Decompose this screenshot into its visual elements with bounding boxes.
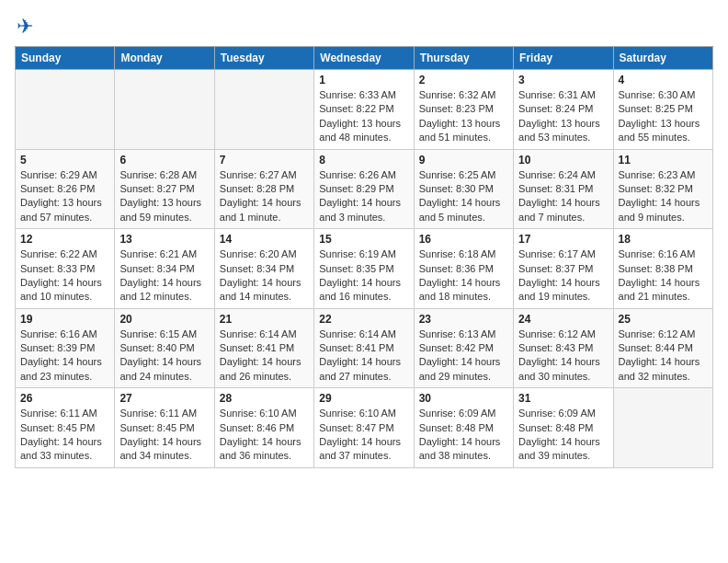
day-info: Sunrise: 6:10 AMSunset: 8:46 PMDaylight:… <box>220 407 309 464</box>
day-number: 24 <box>518 313 608 326</box>
day-info: Sunrise: 6:11 AMSunset: 8:45 PMDaylight:… <box>20 407 109 464</box>
day-info: Sunrise: 6:16 AMSunset: 8:39 PMDaylight:… <box>20 327 109 385</box>
week-row-4: 19Sunrise: 6:16 AMSunset: 8:39 PMDayligh… <box>16 308 713 388</box>
day-info: Sunrise: 6:27 AMSunset: 8:28 PMDaylight:… <box>220 168 309 225</box>
day-number: 30 <box>419 392 508 405</box>
day-number: 12 <box>20 233 109 246</box>
calendar-cell: 4Sunrise: 6:30 AMSunset: 8:25 PMDaylight… <box>613 70 712 150</box>
day-number: 13 <box>119 233 209 246</box>
day-info: Sunrise: 6:10 AMSunset: 8:47 PMDaylight:… <box>319 407 408 464</box>
day-number: 5 <box>20 154 109 167</box>
calendar-cell: 20Sunrise: 6:15 AMSunset: 8:40 PMDayligh… <box>115 308 214 388</box>
calendar-cell: 18Sunrise: 6:16 AMSunset: 8:38 PMDayligh… <box>613 229 712 309</box>
day-number: 17 <box>518 233 608 246</box>
day-info: Sunrise: 6:25 AMSunset: 8:30 PMDaylight:… <box>419 168 508 225</box>
week-row-5: 26Sunrise: 6:11 AMSunset: 8:45 PMDayligh… <box>16 388 713 468</box>
day-number: 26 <box>20 392 109 405</box>
day-number: 28 <box>220 392 309 405</box>
day-number: 8 <box>319 154 408 167</box>
day-number: 22 <box>319 313 408 326</box>
calendar-cell: 7Sunrise: 6:27 AMSunset: 8:28 PMDaylight… <box>214 149 313 229</box>
week-row-1: 1Sunrise: 6:33 AMSunset: 8:22 PMDaylight… <box>16 70 713 150</box>
day-number: 16 <box>419 233 508 246</box>
calendar-cell: 11Sunrise: 6:23 AMSunset: 8:32 PMDayligh… <box>613 149 712 229</box>
day-info: Sunrise: 6:30 AMSunset: 8:25 PMDaylight:… <box>619 88 708 145</box>
calendar-cell: 30Sunrise: 6:09 AMSunset: 8:48 PMDayligh… <box>414 388 513 468</box>
week-row-2: 5Sunrise: 6:29 AMSunset: 8:26 PMDaylight… <box>16 149 713 229</box>
day-info: Sunrise: 6:12 AMSunset: 8:43 PMDaylight:… <box>518 327 608 385</box>
day-number: 15 <box>319 233 408 246</box>
calendar-cell <box>613 388 712 468</box>
week-row-3: 12Sunrise: 6:22 AMSunset: 8:33 PMDayligh… <box>16 229 713 309</box>
day-info: Sunrise: 6:16 AMSunset: 8:38 PMDaylight:… <box>619 247 708 304</box>
calendar-cell: 24Sunrise: 6:12 AMSunset: 8:43 PMDayligh… <box>514 308 613 388</box>
day-info: Sunrise: 6:12 AMSunset: 8:44 PMDaylight:… <box>619 327 708 385</box>
calendar-cell: 5Sunrise: 6:29 AMSunset: 8:26 PMDaylight… <box>16 149 115 229</box>
calendar-cell <box>214 70 313 150</box>
logo-bird-icon: ✈ <box>17 15 33 39</box>
day-number: 7 <box>220 154 309 167</box>
calendar-table: SundayMondayTuesdayWednesdayThursdayFrid… <box>15 46 713 468</box>
day-info: Sunrise: 6:29 AMSunset: 8:26 PMDaylight:… <box>20 168 109 225</box>
day-info: Sunrise: 6:32 AMSunset: 8:23 PMDaylight:… <box>419 88 508 145</box>
calendar-cell: 9Sunrise: 6:25 AMSunset: 8:30 PMDaylight… <box>414 149 513 229</box>
calendar-cell: 12Sunrise: 6:22 AMSunset: 8:33 PMDayligh… <box>16 229 115 309</box>
day-number: 21 <box>220 313 309 326</box>
day-info: Sunrise: 6:20 AMSunset: 8:34 PMDaylight:… <box>220 247 309 304</box>
day-info: Sunrise: 6:24 AMSunset: 8:31 PMDaylight:… <box>518 168 608 225</box>
calendar-cell: 15Sunrise: 6:19 AMSunset: 8:35 PMDayligh… <box>314 229 414 309</box>
day-info: Sunrise: 6:18 AMSunset: 8:36 PMDaylight:… <box>419 247 508 304</box>
calendar-cell: 22Sunrise: 6:14 AMSunset: 8:41 PMDayligh… <box>314 308 414 388</box>
calendar-cell: 8Sunrise: 6:26 AMSunset: 8:29 PMDaylight… <box>314 149 414 229</box>
calendar-cell: 29Sunrise: 6:10 AMSunset: 8:47 PMDayligh… <box>314 388 414 468</box>
calendar-cell: 21Sunrise: 6:14 AMSunset: 8:41 PMDayligh… <box>214 308 313 388</box>
calendar-cell: 25Sunrise: 6:12 AMSunset: 8:44 PMDayligh… <box>613 308 712 388</box>
calendar-cell: 28Sunrise: 6:10 AMSunset: 8:46 PMDayligh… <box>214 388 313 468</box>
day-number: 31 <box>518 392 608 405</box>
calendar-cell: 16Sunrise: 6:18 AMSunset: 8:36 PMDayligh… <box>414 229 513 309</box>
day-number: 10 <box>518 154 608 167</box>
day-number: 6 <box>119 154 209 167</box>
calendar-cell <box>115 70 214 150</box>
day-number: 27 <box>119 392 209 405</box>
weekday-header-row: SundayMondayTuesdayWednesdayThursdayFrid… <box>16 47 713 70</box>
day-info: Sunrise: 6:33 AMSunset: 8:22 PMDaylight:… <box>319 88 408 145</box>
weekday-header-tuesday: Tuesday <box>214 47 313 70</box>
calendar-cell: 19Sunrise: 6:16 AMSunset: 8:39 PMDayligh… <box>16 308 115 388</box>
weekday-header-friday: Friday <box>514 47 613 70</box>
weekday-header-wednesday: Wednesday <box>314 47 414 70</box>
day-info: Sunrise: 6:17 AMSunset: 8:37 PMDaylight:… <box>518 247 608 304</box>
day-info: Sunrise: 6:31 AMSunset: 8:24 PMDaylight:… <box>518 88 608 145</box>
day-number: 19 <box>20 313 109 326</box>
day-number: 3 <box>518 74 608 86</box>
day-info: Sunrise: 6:09 AMSunset: 8:48 PMDaylight:… <box>419 407 508 464</box>
day-number: 29 <box>319 392 408 405</box>
day-info: Sunrise: 6:14 AMSunset: 8:41 PMDaylight:… <box>319 327 408 385</box>
calendar-cell: 14Sunrise: 6:20 AMSunset: 8:34 PMDayligh… <box>214 229 313 309</box>
weekday-header-saturday: Saturday <box>613 47 712 70</box>
day-info: Sunrise: 6:13 AMSunset: 8:42 PMDaylight:… <box>419 327 508 385</box>
day-info: Sunrise: 6:26 AMSunset: 8:29 PMDaylight:… <box>319 168 408 225</box>
day-number: 23 <box>419 313 508 326</box>
day-info: Sunrise: 6:09 AMSunset: 8:48 PMDaylight:… <box>518 407 608 464</box>
day-info: Sunrise: 6:23 AMSunset: 8:32 PMDaylight:… <box>619 168 708 225</box>
calendar-cell: 6Sunrise: 6:28 AMSunset: 8:27 PMDaylight… <box>115 149 214 229</box>
weekday-header-sunday: Sunday <box>16 47 115 70</box>
day-info: Sunrise: 6:14 AMSunset: 8:41 PMDaylight:… <box>220 327 309 385</box>
day-info: Sunrise: 6:28 AMSunset: 8:27 PMDaylight:… <box>119 168 209 225</box>
day-info: Sunrise: 6:19 AMSunset: 8:35 PMDaylight:… <box>319 247 408 304</box>
weekday-header-monday: Monday <box>115 47 214 70</box>
calendar-cell: 26Sunrise: 6:11 AMSunset: 8:45 PMDayligh… <box>16 388 115 468</box>
calendar-cell: 31Sunrise: 6:09 AMSunset: 8:48 PMDayligh… <box>514 388 613 468</box>
calendar-cell: 10Sunrise: 6:24 AMSunset: 8:31 PMDayligh… <box>514 149 613 229</box>
calendar-cell: 13Sunrise: 6:21 AMSunset: 8:34 PMDayligh… <box>115 229 214 309</box>
calendar-cell: 2Sunrise: 6:32 AMSunset: 8:23 PMDaylight… <box>414 70 513 150</box>
day-number: 9 <box>419 154 508 167</box>
day-info: Sunrise: 6:11 AMSunset: 8:45 PMDaylight:… <box>119 407 209 464</box>
page-header: ✈ <box>15 15 713 39</box>
day-number: 4 <box>619 74 708 86</box>
day-number: 20 <box>119 313 209 326</box>
weekday-header-thursday: Thursday <box>414 47 513 70</box>
day-number: 14 <box>220 233 309 246</box>
day-number: 18 <box>619 233 708 246</box>
